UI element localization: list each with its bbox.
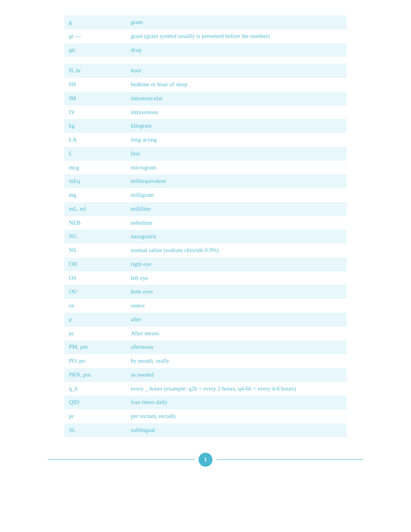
table-wrapper: ggramgr —grain (grain symbol usually is … [64, 15, 347, 437]
desc-cell: milligram [126, 188, 347, 202]
table-spacer-row [64, 57, 347, 64]
abbr-cell: PM, pm [64, 340, 126, 354]
table-row: PM, pmafternoon [64, 340, 347, 354]
abbr-cell: H, hr [64, 64, 126, 78]
desc-cell: liter [126, 147, 347, 161]
desc-cell: milliequivalent [126, 174, 347, 188]
desc-cell: nebulizer [126, 216, 347, 230]
table-row: q_hevery _ hours (example: q2h = every 2… [64, 382, 347, 396]
abbr-cell: q_h [64, 382, 126, 396]
desc-cell: both eyes [126, 285, 347, 299]
table-row: kgkilogram [64, 119, 347, 133]
abbr-cell: LA [64, 133, 126, 147]
desc-cell: after [126, 313, 347, 327]
table-row: IVintravenous [64, 106, 347, 119]
table-row: ozounce [64, 299, 347, 313]
abbr-cell: NG [64, 230, 126, 244]
desc-cell: left eye [126, 271, 347, 285]
desc-cell: right eye [126, 257, 347, 271]
table-row: HSbedtime or hour of sleep [64, 78, 347, 92]
abbr-cell: pr [64, 409, 126, 423]
abbr-cell: L [64, 147, 126, 161]
table-row: OUboth eyes [64, 285, 347, 299]
abbr-cell: mL, ml [64, 202, 126, 216]
abbr-cell: OD [64, 257, 126, 271]
table-row: IMintramuscular [64, 92, 347, 106]
abbr-cell: NEB [64, 216, 126, 230]
table-row: NSnormal saline (sodium chloride 0.9%) [64, 244, 347, 257]
desc-cell: kilogram [126, 119, 347, 133]
desc-cell: After means [126, 327, 347, 341]
abbr-cell: mg [64, 188, 126, 202]
abbr-cell: OS [64, 271, 126, 285]
table-row: OSleft eye [64, 271, 347, 285]
table-row: ggram [64, 15, 347, 29]
abbr-cell: OU [64, 285, 126, 299]
table-row: gr —grain (grain symbol usually is prese… [64, 29, 347, 43]
table-row: LAlong acting [64, 133, 347, 147]
abbr-cell: p [64, 313, 126, 327]
abbr-cell: PRN, prn [64, 368, 126, 382]
abbreviations-table: ggramgr —grain (grain symbol usually is … [64, 15, 347, 437]
abbr-cell: mEq [64, 174, 126, 188]
desc-cell: sublingual [126, 423, 347, 437]
desc-cell: per rectum, rectally [126, 409, 347, 423]
pagination-line-left [48, 459, 195, 460]
table-row: pafter [64, 313, 347, 327]
table-row: mcgmicrogram [64, 161, 347, 175]
abbr-cell: mcg [64, 161, 126, 175]
abbr-cell: SL [64, 423, 126, 437]
abbr-cell: g [64, 15, 126, 29]
abbr-cell: gr — [64, 29, 126, 43]
desc-cell: four times daily [126, 396, 347, 409]
desc-cell: nasogastric [126, 230, 347, 244]
desc-cell: intravenous [126, 106, 347, 119]
table-row: ODright eye [64, 257, 347, 271]
pagination: 1 [0, 453, 411, 467]
desc-cell: hour [126, 64, 347, 78]
abbr-cell: IV [64, 106, 126, 119]
abbr-cell: PO, po [64, 354, 126, 368]
desc-cell: gram [126, 15, 347, 29]
desc-cell: drop [126, 43, 347, 57]
desc-cell: by mouth, orally [126, 354, 347, 368]
table-row: SLsublingual [64, 423, 347, 437]
desc-cell: microgram [126, 161, 347, 175]
table-row: H, hrhour [64, 64, 347, 78]
desc-cell: milliliter [126, 202, 347, 216]
table-row: NGnasogastric [64, 230, 347, 244]
abbr-cell: HS [64, 78, 126, 92]
desc-cell: normal saline (sodium chloride 0.9%) [126, 244, 347, 257]
table-row: Lliter [64, 147, 347, 161]
abbr-cell: pc [64, 327, 126, 341]
table-row: mgmilligram [64, 188, 347, 202]
desc-cell: intramuscular [126, 92, 347, 106]
table-row: prper rectum, rectally [64, 409, 347, 423]
table-row: mEqmilliequivalent [64, 174, 347, 188]
desc-cell: long acting [126, 133, 347, 147]
abbr-cell: IM [64, 92, 126, 106]
abbr-cell: QID [64, 396, 126, 409]
table-row: PO, poby mouth, orally [64, 354, 347, 368]
abbr-cell: kg [64, 119, 126, 133]
table-row: QIDfour times daily [64, 396, 347, 409]
desc-cell: grain (grain symbol usually is presented… [126, 29, 347, 43]
abbr-cell: gtt [64, 43, 126, 57]
abbr-cell: oz [64, 299, 126, 313]
page-button-1[interactable]: 1 [199, 453, 212, 467]
desc-cell: every _ hours (example: q2h = every 2 ho… [126, 382, 347, 396]
desc-cell: afternoon [126, 340, 347, 354]
table-row: gttdrop [64, 43, 347, 57]
abbr-cell: NS [64, 244, 126, 257]
desc-cell: as needed [126, 368, 347, 382]
table-row: pcAfter means [64, 327, 347, 341]
pagination-line-right [216, 459, 363, 460]
table-row: PRN, prnas needed [64, 368, 347, 382]
table-row: mL, mlmilliliter [64, 202, 347, 216]
desc-cell: bedtime or hour of sleep [126, 78, 347, 92]
table-row: NEBnebulizer [64, 216, 347, 230]
desc-cell: ounce [126, 299, 347, 313]
page-container: ggramgr —grain (grain symbol usually is … [0, 0, 411, 532]
